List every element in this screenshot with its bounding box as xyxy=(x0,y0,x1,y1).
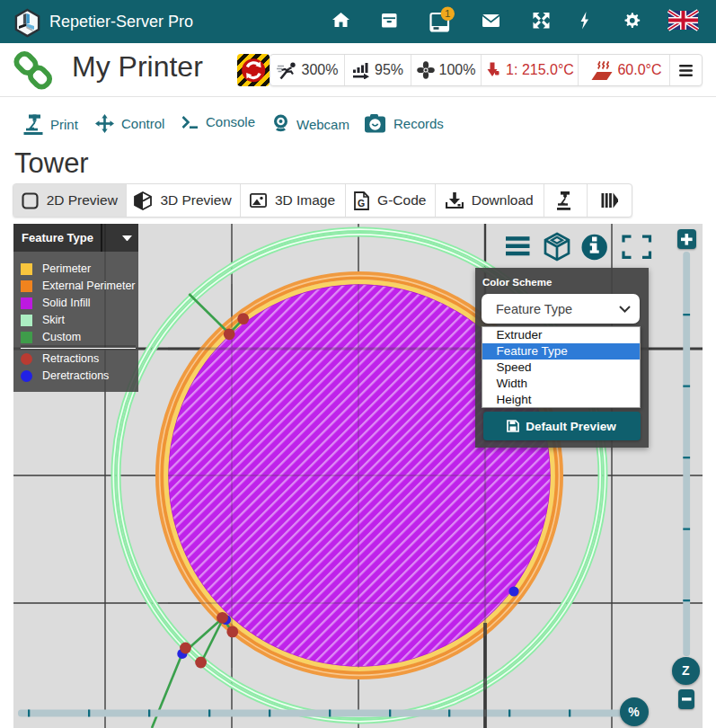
svg-text:G: G xyxy=(358,197,365,208)
svg-text:1: 1 xyxy=(445,8,450,19)
